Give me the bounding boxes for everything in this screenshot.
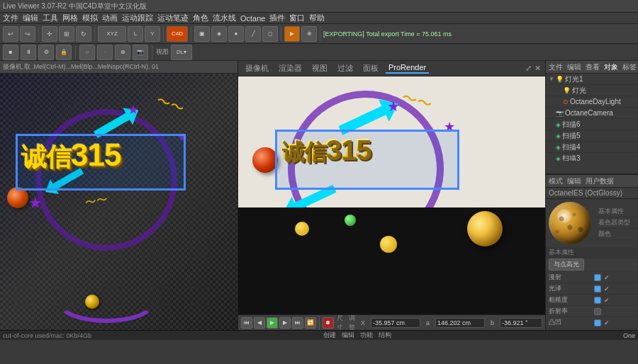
obj-item-octane-name: OctaneDayLight [570,98,638,106]
obj-tab-tag[interactable]: 标签 [622,62,637,72]
toolbar-object-icon[interactable]: ◈ [211,26,227,42]
transport-next-icon[interactable]: ▶ [279,317,291,329]
obj-item-scan5[interactable]: ◈ 扫描5 ✓ [546,130,638,142]
mat-tab-userdata[interactable]: 用户数据 [586,176,614,186]
toolbar-model-icon[interactable]: ▣ [194,26,210,42]
menu-octane[interactable]: Octane [240,14,265,23]
material-sphere-area: 基本属性 着色器类型 OctGlossy 颜色 [546,199,638,247]
transport-record-icon[interactable]: ⏺ [323,317,334,329]
obj-item-camera[interactable]: 📷 OctaneCamera ✓ [546,108,638,119]
toolbar2-dot-icon[interactable]: · [97,45,113,60]
menu-pipeline[interactable]: 流水线 [213,13,236,23]
mat-tab-edit[interactable]: 编辑 [567,176,581,186]
menu-edit[interactable]: 编辑 [23,13,38,23]
prorender-viewport[interactable]: ★ ★ ★ 〜〜 〜〜 诚信315 [238,76,545,314]
obj-item-scan3[interactable]: ◈ 扫描3 ✓ [546,153,638,161]
toolbar2-lock-icon[interactable]: 🔒 [56,45,72,60]
transport-begin-icon[interactable]: ⏮ [241,317,252,329]
param-rough-check[interactable] [594,297,601,304]
toolbar-c4d-icon[interactable]: C4D [167,26,188,42]
toolbar-rotate-icon[interactable]: ↻ [76,26,91,42]
main-3d-text: 诚信315 [21,137,121,175]
menu-animate[interactable]: 动画 [102,13,118,23]
star-decor1: ★ [128,102,139,118]
param-ior-check[interactable] [594,308,601,315]
toolbar2-play-icon[interactable]: ■ [3,45,18,60]
prorender-expand-icon[interactable]: ⤢ [525,64,532,73]
menu-mesh[interactable]: 网格 [62,13,78,23]
toolbar-poly-icon[interactable]: ◻ [262,26,278,42]
obj-item-scan4[interactable]: ◈ 扫描4 ✓ [546,142,638,153]
coord-z-input[interactable] [500,318,542,328]
obj-tab-view[interactable]: 查看 [586,62,600,72]
toolbar2-circle-icon[interactable]: ○ [79,45,95,60]
secondary-toolbar: ■ ⏸ ⚙ 🔒 ○ · ⊕ 📷 视图 DL▾ [0,44,638,61]
bottom-tab-edit[interactable]: 编辑 [342,331,354,340]
toolbar2-pause-icon[interactable]: ⏸ [21,45,36,60]
toolbar-undo-icon[interactable]: ↩ [3,26,18,42]
menu-motion-track[interactable]: 运动跟踪 [122,13,153,23]
obj-tab-file[interactable]: 文件 [549,62,563,72]
mat-tab-mode[interactable]: 模式 [549,176,563,186]
render-stripe-ball [252,147,278,173]
app-title: Live Viewer 3.07-R2 中国C4D草堂中文汉化版 [3,1,147,11]
toolbar-edge-icon[interactable]: ╱ [245,26,261,42]
transport-prev-icon[interactable]: ◀ [254,317,265,329]
transport-play-icon[interactable]: ▶ [267,317,278,329]
toolbar2-pin-icon[interactable]: ⊕ [115,45,130,60]
prop-row-color: 颜色 [595,229,638,240]
prorender-tab-camera[interactable]: 摄像机 [242,63,272,74]
obj-item-scan6[interactable]: ◈ 扫描6 ✓ [546,119,638,130]
toolbar2-dl-icon[interactable]: DL▾ [171,45,192,60]
toolbar-point-icon[interactable]: ● [228,26,244,42]
toolbar-y-icon[interactable]: Y [145,26,160,42]
render-star1: ★ [387,98,400,115]
prorender-tab-prorender[interactable]: ProRender [386,63,429,74]
obj-tab-object[interactable]: 对象 [604,62,618,72]
mat-highlight-button[interactable]: 与点高光 [549,258,584,271]
prorender-close-icon[interactable]: ✕ [535,64,541,73]
prorender-tab-view[interactable]: 视图 [309,63,330,74]
obj-item-light-sub[interactable]: 💡 灯光 ✓ [546,85,638,96]
menu-motion-pen[interactable]: 运动笔迹 [157,13,189,23]
toolbar-render-icon[interactable]: ▶ [284,26,300,42]
toolbar-xyz-icon[interactable]: XYZ [98,26,126,42]
coord-x-label: X [361,319,365,326]
menu-plugin[interactable]: 插件 [269,13,285,23]
menu-window[interactable]: 窗口 [289,13,305,23]
menu-simulate[interactable]: 模拟 [82,13,98,23]
param-bump-check[interactable] [594,319,601,326]
toolbar-redo-icon[interactable]: ↪ [20,26,35,42]
prop-row-label: 基本属性 [595,206,638,217]
obj-item-octane-daylight[interactable]: ⊙ OctaneDayLight ✓ [546,96,638,108]
param-glow: 光泽 ✓ [549,283,638,295]
toolbar-sep1 [38,27,39,41]
transport-loop-icon[interactable]: 🔁 [305,317,316,329]
bottom-tab-create[interactable]: 创建 [323,331,336,340]
toolbar-local-icon[interactable]: L [128,26,143,42]
prorender-tab-filter[interactable]: 过滤 [335,63,356,74]
prop-row-type: 着色器类型 OctGlossy [595,217,638,229]
param-diffuse-check[interactable] [594,274,601,281]
menu-tools[interactable]: 工具 [43,13,58,23]
obj-tab-edit[interactable]: 编辑 [567,62,581,72]
toolbar-scale-icon[interactable]: ⊞ [59,26,74,42]
prorender-tab-panel[interactable]: 面板 [360,63,381,74]
toolbar2-settings-icon[interactable]: ⚙ [38,45,54,60]
bottom-tab-func[interactable]: 功能 [360,331,373,340]
coord-y-input[interactable] [435,318,485,328]
left-3d-viewport[interactable]: ★ ★ ★ 〜〜 〜〜 诚信315 [0,74,237,330]
menu-file[interactable]: 文件 [3,13,18,23]
bottom-tab-struct[interactable]: 结构 [379,331,391,340]
menu-help[interactable]: 帮助 [309,13,325,23]
obj-item-light1[interactable]: ▼ 💡 灯光1 ✓ [546,74,638,85]
menu-character[interactable]: 角色 [193,13,208,23]
toolbar-renderall-icon[interactable]: ⊕ [301,26,317,42]
transport-end-icon[interactable]: ⏭ [292,317,303,329]
toolbar2-cam-icon[interactable]: 📷 [133,45,148,60]
coord-x-input[interactable] [371,318,420,328]
param-rough-label: 粗糙度 [549,295,591,305]
toolbar-move-icon[interactable]: ✛ [42,26,57,42]
param-glow-check[interactable] [594,285,601,292]
prorender-tab-renderer[interactable]: 渲染器 [276,63,305,74]
